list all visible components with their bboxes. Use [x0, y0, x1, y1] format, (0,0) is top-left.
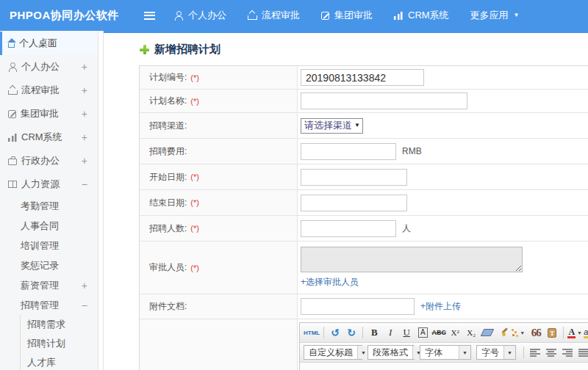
form-row-headcount: 招聘人数: (*) 人 — [140, 216, 588, 242]
sidebar-item-crm[interactable]: CRM系统 + — [0, 126, 98, 149]
bold-button[interactable]: B — [367, 325, 381, 341]
align-left-button[interactable] — [528, 345, 542, 360]
nav-group-approval[interactable]: 集团审批 — [321, 9, 373, 22]
nav-workflow-approval[interactable]: 流程审批 — [248, 9, 300, 22]
headcount-input[interactable] — [301, 220, 396, 237]
format-painter-button[interactable] — [496, 325, 511, 341]
form-row-editor: HTML ↺ ↻ — [140, 319, 588, 370]
expand-toggle-icon: + — [82, 131, 87, 143]
start-date-input[interactable] — [301, 169, 407, 186]
book-icon — [8, 181, 17, 188]
required-marker: (*) — [190, 198, 199, 207]
edit-icon — [8, 110, 16, 118]
remove-format-button[interactable] — [480, 325, 495, 341]
fee-unit-label: RMB — [402, 146, 422, 156]
expand-toggle-icon: + — [82, 84, 87, 96]
highlight-color-button[interactable]: ab ▼ — [584, 325, 588, 341]
paragraph-format-select[interactable]: 段落格式 ▼ — [368, 345, 415, 360]
undo-button[interactable]: ↺ — [328, 325, 343, 341]
main-panel: 新增招聘计划 计划编号: (*) 计划名称: (*) — [104, 31, 588, 370]
form-row-attachment: 附件文档: +附件上传 — [140, 294, 588, 319]
sidebar-item-workflow-approval[interactable]: 流程审批 + — [0, 79, 98, 102]
nav-more-apps[interactable]: 更多应用 ▼ — [470, 9, 520, 22]
menu-icon — [144, 12, 155, 20]
share-icon — [8, 86, 17, 95]
caret-down-icon: ▼ — [503, 346, 515, 359]
align-justify-button[interactable] — [576, 345, 588, 360]
app-window: PHPOA协同办公软件 个人办公 流程审批 集团审批 — [0, 0, 588, 370]
html-source-button[interactable]: HTML — [304, 325, 320, 341]
select-approvers-link[interactable]: +选择审批人员 — [301, 276, 359, 289]
sidebar-item-rewards[interactable]: 奖惩记录 — [0, 255, 98, 275]
sidebar-item-recruit-plan[interactable]: 招聘计划 — [0, 334, 98, 353]
person-icon — [8, 62, 17, 72]
separator — [523, 347, 524, 358]
rich-text-editor: HTML ↺ ↻ — [299, 322, 588, 370]
sidebar-scrollbar[interactable] — [98, 31, 104, 370]
custom-title-select[interactable]: 自定义标题 ▼ — [304, 345, 362, 360]
strikethrough-button[interactable]: ABC — [431, 325, 446, 341]
editor-toolbar-row-2: 自定义标题 ▼ 段落格式 ▼ 字体 ▼ 字号 — [300, 343, 588, 363]
editor-content-area[interactable] — [300, 363, 588, 370]
headcount-unit-label: 人 — [402, 222, 411, 235]
top-nav: 个人办公 流程审批 集团审批 CRM系统 更多应用 — [174, 9, 541, 22]
menu-toggle-button[interactable] — [144, 12, 155, 20]
nav-personal-office[interactable]: 个人办公 — [174, 9, 226, 22]
sidebar-item-salary[interactable]: 薪资管理 + — [0, 275, 98, 295]
form-row-start-date: 开始日期: (*) — [140, 164, 588, 190]
sidebar: 个人桌面 个人办公 + 流程审批 + 集团审批 + CRM系统 — [0, 31, 98, 370]
approvers-textarea[interactable] — [301, 247, 523, 272]
expand-toggle-icon: − — [82, 178, 87, 190]
required-marker: (*) — [190, 173, 199, 181]
caret-down-icon: ▼ — [577, 330, 582, 335]
plan-name-input[interactable] — [301, 92, 467, 109]
superscript-button[interactable]: X² — [448, 325, 462, 341]
char-border-button[interactable]: A — [415, 325, 430, 341]
separator — [563, 327, 564, 338]
plan-no-input[interactable] — [301, 69, 424, 86]
align-right-button[interactable] — [560, 345, 575, 360]
person-icon — [174, 11, 183, 21]
field-label: 附件文档: — [149, 300, 187, 313]
fee-input[interactable] — [301, 143, 396, 160]
share-icon — [248, 11, 257, 20]
upload-attachment-link[interactable]: +附件上传 — [420, 300, 461, 313]
font-size-select[interactable]: 字号 ▼ — [476, 345, 516, 360]
sidebar-item-admin-office[interactable]: 行政办公 + — [0, 149, 98, 173]
sidebar-item-attendance[interactable]: 考勤管理 — [0, 196, 98, 216]
font-color-button[interactable]: A ▼ — [567, 325, 582, 341]
sidebar-item-training[interactable]: 培训管理 — [0, 236, 98, 255]
page-title-row: 新增招聘计划 — [140, 43, 588, 57]
content-area: 个人桌面 个人办公 + 流程审批 + 集团审批 + CRM系统 — [0, 31, 588, 370]
channel-select[interactable]: 请选择渠道 ▼ — [301, 118, 363, 134]
form-row-plan-no: 计划编号: (*) — [140, 66, 588, 90]
redo-button[interactable]: ↻ — [344, 325, 359, 341]
editor-toolbar-row-1: HTML ↺ ↻ — [300, 323, 588, 343]
end-date-input[interactable] — [301, 195, 407, 211]
underline-button[interactable]: U — [399, 325, 414, 341]
sidebar-item-recruit-mgmt[interactable]: 招聘管理 − — [0, 295, 98, 315]
sidebar-item-recruit-demand[interactable]: 招聘需求 — [0, 315, 98, 334]
expand-toggle-icon: + — [82, 61, 87, 73]
nav-crm[interactable]: CRM系统 — [394, 9, 449, 22]
blockquote-button[interactable]: 66 — [528, 325, 543, 341]
font-family-select[interactable]: 字体 ▼ — [420, 345, 471, 360]
sidebar-item-personal-desktop[interactable]: 个人桌面 — [0, 32, 98, 55]
italic-button[interactable]: I — [383, 325, 398, 341]
sidebar-item-hr-contract[interactable]: 人事合同 — [0, 216, 98, 236]
field-label: 计划名称: — [149, 95, 187, 107]
auto-typeset-button[interactable]: ▼ — [512, 325, 527, 341]
attachment-input[interactable] — [301, 298, 415, 315]
field-label: 审批人员: — [149, 261, 187, 274]
caret-down-icon: ▼ — [354, 123, 360, 128]
sidebar-item-personal-office[interactable]: 个人办公 + — [0, 55, 98, 79]
subscript-button[interactable]: X₂ — [464, 325, 478, 341]
align-center-button[interactable] — [544, 345, 559, 360]
caret-down-icon: ▼ — [459, 346, 470, 359]
sidebar-item-hr[interactable]: 人力资源 − — [0, 173, 98, 196]
paste-plain-text-button[interactable]: T — [545, 325, 559, 341]
sidebar-item-talent-pool[interactable]: 人才库 — [0, 353, 98, 370]
bar-chart-icon — [8, 134, 17, 142]
sidebar-item-group-approval[interactable]: 集团审批 + — [0, 102, 98, 126]
add-plus-icon — [140, 45, 149, 54]
